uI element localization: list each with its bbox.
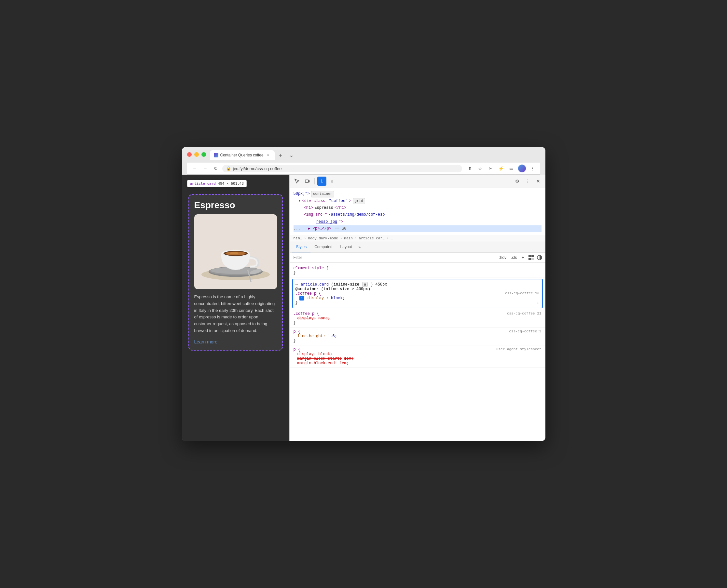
devtools-settings-button[interactable]: ⚙ (513, 176, 522, 186)
breadcrumb-sep-1: › (304, 236, 306, 240)
rule3-property-line: line-height: 1.6; (294, 334, 542, 339)
rule1-source: css-cq-coffee:30 (505, 291, 540, 295)
rule3-selector: p { (294, 330, 301, 334)
more-menu-icon[interactable]: ⋮ (528, 165, 536, 172)
dom-line-5[interactable]: ... ▶ <p>…</p> == $0 (294, 225, 542, 232)
tab-styles[interactable]: Styles (292, 242, 311, 252)
breadcrumb-more[interactable]: … (390, 236, 393, 240)
element-style-label: element.style { (294, 266, 329, 271)
minimize-traffic-light[interactable] (194, 152, 199, 157)
tab-more[interactable]: » (357, 242, 362, 252)
article-description: Espresso is the name of a highly concent… (194, 294, 277, 334)
learn-more-link[interactable]: Learn more (194, 339, 218, 344)
more-panels-button[interactable]: » (328, 176, 337, 186)
device-toolbar-icon (305, 178, 310, 184)
browser-window: Container Queries coffee × + ⌄ ← → ↻ 🔒 j… (182, 147, 545, 441)
extensions-icon[interactable]: ⚡ (497, 165, 505, 172)
share-icon[interactable]: ⬆ (466, 165, 474, 172)
tab-more-button[interactable]: ⌄ (286, 150, 297, 160)
rule1-selector-link[interactable]: article.card (301, 282, 329, 287)
title-bar: Container Queries coffee × + ⌄ ← → ↻ 🔒 j… (182, 147, 545, 175)
tooltip-dims: 494 × 601.43 (218, 182, 244, 186)
close-traffic-light[interactable] (187, 152, 192, 157)
more-options-icon: ⋮ (526, 178, 530, 184)
svg-rect-18 (531, 258, 534, 260)
svg-rect-13 (305, 180, 308, 183)
rule1-check[interactable]: ✓ (299, 296, 304, 300)
dom-triangle-2[interactable]: ▼ (299, 198, 301, 204)
console-badge: 1 (321, 179, 323, 184)
dom-tag-div-close: > (349, 198, 351, 204)
grid-badge[interactable]: grid (353, 198, 365, 205)
address-input-bar[interactable]: 🔒 jec.fyi/demo/css-cq-coffee (222, 165, 462, 172)
maximize-traffic-light[interactable] (201, 152, 206, 157)
rule2-selector: .coffee p { (294, 312, 319, 316)
back-button[interactable]: ← (191, 165, 199, 172)
rule3-val: 1.6; (328, 334, 337, 339)
rule1-selector-end: ) 450px (371, 282, 387, 287)
dom-dots-1: ... (294, 226, 301, 232)
color-scheme-icon[interactable] (536, 254, 543, 261)
add-style-button[interactable]: + (520, 254, 526, 261)
dom-tree: 50px;"> container ▼ <div class= "coffee"… (290, 188, 545, 235)
breadcrumb-html[interactable]: html (294, 236, 302, 240)
breadcrumb-body[interactable]: body.dark-mode (308, 236, 338, 240)
sidebar-icon[interactable]: ▭ (508, 165, 516, 172)
rule1-colon: : (326, 296, 331, 300)
rule3-source: css-cq-coffee:3 (509, 330, 541, 333)
rule4-prop1: display: (298, 352, 316, 356)
element-picker-button[interactable] (292, 176, 301, 186)
container-badge[interactable]: container (311, 191, 334, 197)
bookmark-icon[interactable]: ☆ (477, 165, 484, 172)
article-card: Espresso (188, 194, 283, 351)
rule4-prop2-line: margin-block-start: 1em; (294, 356, 542, 361)
rule1-selector-line: → article.card (inline-size ⊞ ) 450px (296, 282, 540, 287)
scissors-icon[interactable]: ✂ (487, 165, 494, 172)
browser-toolbar-icons: ⬆ ☆ ✂ ⚡ ▭ ⋮ (466, 165, 536, 172)
breadcrumb-sep-2: › (340, 236, 342, 240)
tab-close-button[interactable]: × (265, 152, 271, 158)
coffee-image (194, 214, 277, 289)
rule3-prop: line-height: (298, 334, 325, 339)
breadcrumb-article[interactable]: article.car… (359, 236, 385, 240)
rule1-add-btn[interactable]: + (537, 300, 539, 306)
filter-buttons: :hov .cls + (498, 254, 543, 261)
tab-layout[interactable]: Layout (337, 242, 356, 252)
rule2-close: } (294, 321, 542, 325)
dom-h1-text: Espresso (315, 205, 333, 211)
styles-tabs: Styles Computed Layout » (290, 242, 545, 253)
console-badge-button[interactable]: 1 (317, 176, 326, 186)
device-toolbar-button[interactable] (303, 176, 312, 186)
dom-p-open: ▶ <p>…</p> (308, 226, 331, 232)
dom-img-src-link[interactable]: /assets/img/demo/cof-esp (329, 212, 385, 218)
breadcrumb-main[interactable]: main (344, 236, 353, 240)
svg-rect-17 (528, 258, 531, 260)
rule1-sub-selector: .coffee p { css-cq-coffee:30 (296, 291, 540, 296)
rule4-val2: 1em; (344, 356, 354, 361)
hov-button[interactable]: :hov (498, 255, 508, 260)
p-rule: p { css-cq-coffee:3 line-height: 1.6; } (290, 328, 545, 345)
dom-img-src-link-2[interactable]: resso.jpg (316, 219, 338, 225)
refresh-button[interactable]: ↻ (212, 165, 220, 172)
devtools-close-button[interactable]: ✕ (534, 176, 543, 186)
browser-tab-active[interactable]: Container Queries coffee × (210, 150, 275, 160)
forward-button[interactable]: → (201, 165, 209, 172)
half-circle-icon (537, 255, 543, 260)
rule1-sub-sel: .coffee p { (296, 291, 321, 296)
rule1-at-rule: @container (inline-size > 400px) (296, 287, 540, 291)
cls-button[interactable]: .cls (510, 255, 518, 260)
rule4-source: user agent stylesheet (496, 347, 542, 351)
tab-favicon (214, 153, 218, 158)
element-style-rule: element.style { } (290, 264, 545, 277)
container-query-rule: → article.card (inline-size ⊞ ) 450px @c… (292, 279, 543, 308)
tab-computed[interactable]: Computed (310, 242, 336, 252)
rule1-val: block; (331, 296, 345, 300)
toggle-styles-icon[interactable] (528, 254, 534, 261)
devtools-more-button[interactable]: ⋮ (523, 176, 532, 186)
new-tab-button[interactable]: + (276, 151, 285, 160)
styles-filter-input[interactable] (292, 255, 495, 260)
element-tooltip: article.card 494 × 601.43 (187, 180, 247, 187)
user-avatar[interactable] (518, 165, 526, 172)
dom-tag-div: <div class= (302, 198, 328, 204)
rule2-source: css-cq-coffee:21 (507, 312, 542, 315)
